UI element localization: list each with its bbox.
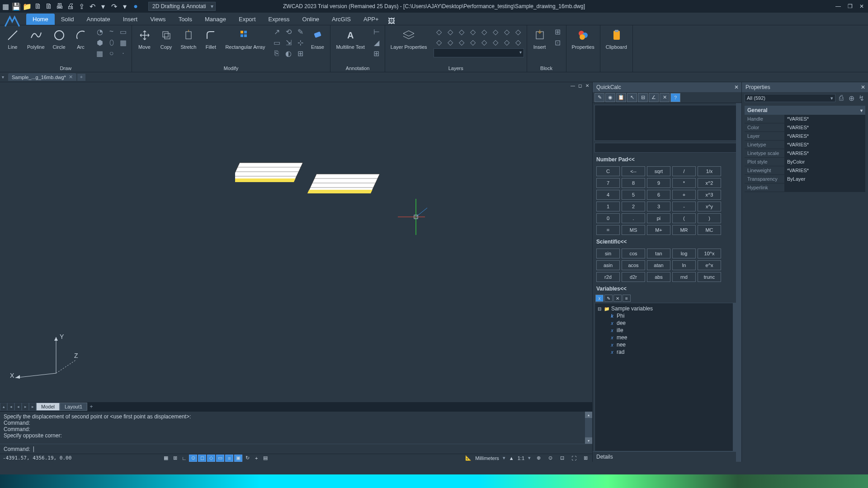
mod-s6[interactable]: ⊹ [295,38,306,47]
qc-tb-7[interactable]: ✕ [660,93,670,102]
ann-s2[interactable]: ◢ [371,38,382,47]
numpad-MC[interactable]: MC [698,225,721,235]
layout-nav-first[interactable]: ▴ [0,403,7,411]
command-input[interactable] [32,446,589,452]
sb-cycle-icon[interactable]: ↻ [243,455,251,462]
ly-1[interactable]: ◇ [434,27,444,36]
var-tree-root[interactable]: ⊟ 📁 Sample variables [597,305,737,312]
cmd-scroll-up-icon[interactable]: ▴ [585,412,592,418]
qc-tb-8[interactable]: ? [670,93,680,102]
prop-icn-3[interactable]: ↯ [857,94,865,102]
numpad-1x[interactable]: 1/x [698,166,721,176]
sci-d2r[interactable]: d2r [622,272,645,282]
sb-osnap-icon[interactable]: ◻ [198,455,206,462]
prop-row-transparency[interactable]: TransparencyByLayer [745,175,865,183]
ly-12[interactable]: ◇ [467,38,478,47]
tab-home[interactable]: Home [26,14,55,25]
ann-s1[interactable]: ⊢ [371,27,382,36]
numpad-2[interactable]: 2 [622,202,645,211]
tab-manage[interactable]: Manage [198,14,232,25]
var-nee[interactable]: xnee [597,341,737,348]
blk-s2[interactable]: ⊡ [552,38,563,47]
prop-row-lineweight[interactable]: Lineweight*VARIES* [745,166,865,175]
sb-r3-icon[interactable]: ⊡ [558,455,566,462]
numpad-0[interactable]: 0 [596,213,620,223]
tool-clipboard[interactable]: Clipboard [603,27,630,51]
layout-nav-prev2[interactable]: ◂ [14,403,22,411]
numpad-7[interactable]: 7 [596,178,620,188]
doc-tab-active[interactable]: Sample_...g_16mb.dwg* ✕ [8,73,76,81]
ly-8[interactable]: ◇ [513,27,524,36]
blk-s1[interactable]: ⊞ [552,27,563,36]
tool-circle[interactable]: Circle [49,27,69,51]
sb-scale-icon[interactable]: ▲ [509,455,514,461]
tool-mtext[interactable]: AMultiline Text [333,27,367,51]
ly-14[interactable]: ◇ [490,38,501,47]
sci-log[interactable]: log [672,249,696,258]
workspace-selector[interactable]: 2D Drafting & Annotati [148,2,216,11]
prop-row-linetype-scale[interactable]: Linetype scale*VARIES* [745,149,865,158]
prop-row-layer[interactable]: Layer*VARIES* [745,132,865,141]
open-icon[interactable]: 📁 [24,3,31,10]
cloud-icon[interactable]: ● [132,3,139,10]
properties-close-icon[interactable]: ✕ [861,84,865,90]
viewport-max-icon[interactable]: ◻ [577,82,583,89]
var-tb-3[interactable]: ✕ [613,295,622,302]
mod-s7[interactable]: ⎘ [271,49,282,58]
prop-row-linetype[interactable]: Linetype*VARIES* [745,141,865,149]
sb-snap-icon[interactable]: ⊞ [171,455,179,462]
qc-tb-2[interactable]: ◉ [605,93,615,102]
mod-s5[interactable]: ⇲ [283,38,294,47]
tool-insert[interactable]: Insert [530,27,550,51]
numpad-[interactable]: / [672,166,696,176]
numpad-3[interactable]: 3 [647,202,670,211]
layout-add-icon[interactable]: + [87,403,95,411]
tool-arc[interactable]: Arc [71,27,91,51]
close-button[interactable]: ✕ [856,2,867,11]
qc-tb-5[interactable]: ⊟ [638,93,648,102]
sb-r4-icon[interactable]: ⛶ [570,455,578,462]
ly-11[interactable]: ◇ [456,38,467,47]
qc-tb-1[interactable]: ✎ [594,93,604,102]
sb-dyn-icon[interactable]: ▭ [216,455,224,462]
numpad-9[interactable]: 9 [647,178,670,188]
doc-tab-close-icon[interactable]: ✕ [69,74,73,80]
tab-insert[interactable]: Insert [117,14,144,25]
sb-plus-icon[interactable]: + [252,455,260,462]
qc-tb-3[interactable]: 📋 [616,93,626,102]
var-tree[interactable]: ⊟ 📁 Sample variables kPhixdeexillexmeexn… [594,303,740,451]
qc-details[interactable]: Details [593,451,741,462]
sci-sin[interactable]: sin [596,249,620,258]
numpad-[interactable]: ( [672,213,696,223]
sb-polar-icon[interactable]: ⊙ [189,455,197,462]
tree-collapse-icon[interactable]: ⊟ [597,306,602,311]
drawing-viewport[interactable]: Y X Z [0,90,592,402]
mod-s1[interactable]: ↗ [271,27,282,36]
image-tab-icon[interactable]: 🖼 [388,18,395,25]
qc-input[interactable] [594,143,740,153]
properties-header[interactable]: Properties ✕ [742,82,868,92]
mod-s2[interactable]: ⟲ [283,27,294,36]
var-mee[interactable]: xmee [597,334,737,341]
numpad-xy[interactable]: x^y [698,202,721,211]
sci-r2d[interactable]: r2d [596,272,620,282]
numpad-sqrt[interactable]: sqrt [647,166,670,176]
save2-icon[interactable]: 🗎 [45,3,52,10]
qc-sci-title[interactable]: Scientific<< [593,237,741,247]
numpad-[interactable]: - [672,202,696,211]
prop-row-color[interactable]: Color*VARIES* [745,123,865,132]
sb-units[interactable]: Millimeters [475,455,499,461]
var-dee[interactable]: xdee [597,319,737,327]
layout-tab-layout1[interactable]: Layout1 [60,403,87,411]
ly-9[interactable]: ◇ [434,38,444,47]
sci-cos[interactable]: cos [622,249,645,258]
plot-icon[interactable]: 🖶 [56,3,63,10]
qc-vars-title[interactable]: Variables<< [593,284,741,294]
layout-nav-last[interactable]: ▸ [29,403,36,411]
numpad-x2[interactable]: x^2 [698,178,721,188]
numpad-4[interactable]: 4 [596,190,620,200]
cmd-scroll-down-icon[interactable]: ▾ [585,437,592,444]
export-icon[interactable]: ⇪ [78,3,85,10]
tool-layer-properties[interactable]: Layer Properties [388,27,430,51]
tab-express[interactable]: Express [262,14,296,25]
